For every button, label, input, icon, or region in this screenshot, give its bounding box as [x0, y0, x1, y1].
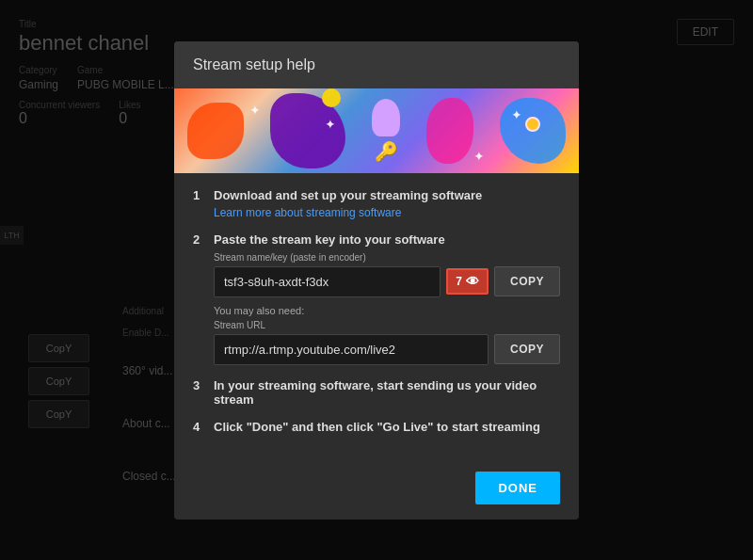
eye-icon: 👁 [466, 274, 479, 289]
stream-url-label: Stream URL [214, 320, 560, 330]
step-3-text: In your streaming software, start sendin… [214, 378, 560, 407]
also-need-label: You may also need: [214, 305, 560, 316]
step-2: 2 Paste the stream key into your softwar… [193, 232, 560, 365]
modal-banner: 🔑 ✦ ✦ ✦ ✦ [174, 88, 579, 173]
modal-header: Stream setup help [174, 41, 579, 88]
stream-key-label: Stream name/key (paste in encoder) [214, 252, 560, 263]
viewer-count: 7 [456, 275, 462, 288]
step-1-header: 1 Download and set up your streaming sof… [193, 188, 560, 202]
step-2-text: Paste the stream key into your software [214, 232, 445, 247]
banner-blob-1 [187, 103, 244, 159]
step-4-header: 4 Click "Done" and then click "Go Live" … [193, 420, 560, 434]
step-1-text: Download and set up your streaming softw… [214, 188, 482, 202]
modal-overlay: Stream setup help 🔑 ✦ ✦ ✦ ✦ [0, 0, 753, 560]
copy-stream-url-button[interactable]: COPY [494, 334, 560, 364]
step-1: 1 Download and set up your streaming sof… [193, 188, 560, 219]
copy-stream-key-button[interactable]: COPY [494, 266, 560, 296]
stream-url-row: COPY [214, 334, 560, 365]
step-3-number: 3 [193, 378, 206, 392]
step-4-number: 4 [193, 420, 206, 434]
stream-setup-modal: Stream setup help 🔑 ✦ ✦ ✦ ✦ [174, 41, 579, 520]
banner-star-1: ✦ [249, 103, 261, 118]
stream-key-input[interactable] [214, 266, 441, 297]
stream-url-input[interactable] [214, 334, 489, 365]
modal-footer: DONE [174, 462, 579, 520]
banner-blob-4 [500, 98, 566, 164]
step-3: 3 In your streaming software, start send… [193, 378, 560, 407]
banner-star-2: ✦ [325, 117, 336, 132]
step-2-header: 2 Paste the stream key into your softwar… [193, 232, 560, 247]
step-4: 4 Click "Done" and then click "Go Live" … [193, 420, 560, 434]
banner-star-3: ✦ [473, 149, 485, 164]
banner-star-4: ✦ [511, 107, 522, 122]
viewer-count-badge: 7 👁 [446, 268, 489, 295]
stream-key-row: 7 👁 COPY [214, 266, 560, 297]
banner-center: 🔑 [372, 99, 400, 163]
stream-key-section: Stream name/key (paste in encoder) 7 👁 C… [214, 252, 560, 365]
step-3-header: 3 In your streaming software, start send… [193, 378, 560, 407]
step-4-text: Click "Done" and then click "Go Live" to… [214, 420, 540, 434]
done-button[interactable]: DONE [475, 472, 560, 504]
step-1-link[interactable]: Learn more about streaming software [214, 206, 560, 219]
step-2-number: 2 [193, 232, 206, 247]
banner-decoration: 🔑 [174, 88, 579, 173]
modal-title: Stream setup help [193, 56, 560, 73]
modal-body: 1 Download and set up your streaming sof… [174, 173, 579, 462]
banner-blob-3 [426, 98, 473, 164]
step-1-number: 1 [193, 188, 206, 202]
